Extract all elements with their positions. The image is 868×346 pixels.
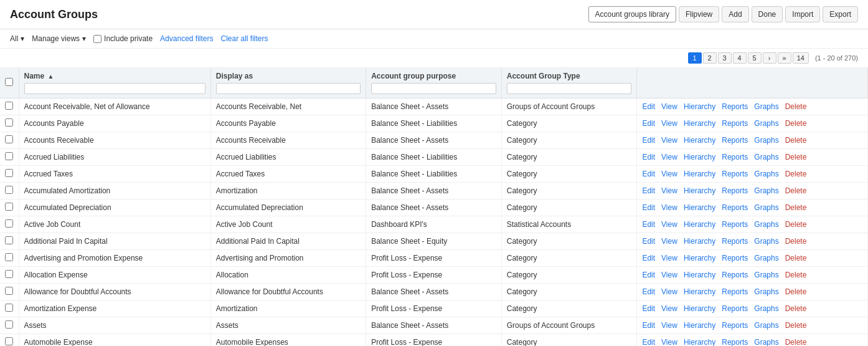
edit-link[interactable]: Edit <box>642 102 655 111</box>
reports-link[interactable]: Reports <box>722 170 748 178</box>
reports-link[interactable]: Reports <box>722 220 748 229</box>
page-last-number-button[interactable]: 14 <box>793 52 809 64</box>
hierarchy-link[interactable]: Hierarchy <box>684 287 715 296</box>
hierarchy-link[interactable]: Hierarchy <box>684 254 715 262</box>
view-link[interactable]: View <box>661 203 677 212</box>
account-groups-library-button[interactable]: Account groups library <box>588 6 676 22</box>
row-checkbox[interactable] <box>5 135 13 143</box>
graphs-link[interactable]: Graphs <box>754 153 778 161</box>
advanced-filters-link[interactable]: Advanced filters <box>160 34 213 43</box>
delete-link[interactable]: Delete <box>785 304 807 313</box>
page-2-button[interactable]: 2 <box>703 52 717 64</box>
graphs-link[interactable]: Graphs <box>754 170 778 178</box>
add-button[interactable]: Add <box>722 6 748 22</box>
col-type-filter-input[interactable] <box>507 83 632 94</box>
reports-link[interactable]: Reports <box>722 203 748 212</box>
view-link[interactable]: View <box>661 102 677 111</box>
delete-link[interactable]: Delete <box>785 153 807 161</box>
import-button[interactable]: Import <box>785 6 820 22</box>
graphs-link[interactable]: Graphs <box>754 119 778 128</box>
graphs-link[interactable]: Graphs <box>754 338 778 346</box>
page-4-button[interactable]: 4 <box>733 52 747 64</box>
graphs-link[interactable]: Graphs <box>754 304 778 313</box>
reports-link[interactable]: Reports <box>722 186 748 195</box>
delete-link[interactable]: Delete <box>785 102 807 111</box>
delete-link[interactable]: Delete <box>785 271 807 279</box>
row-checkbox[interactable] <box>5 219 13 228</box>
done-button[interactable]: Done <box>752 6 783 22</box>
flipview-button[interactable]: Flipview <box>679 6 719 22</box>
delete-link[interactable]: Delete <box>785 287 807 296</box>
page-3-button[interactable]: 3 <box>718 52 732 64</box>
hierarchy-link[interactable]: Hierarchy <box>684 237 715 246</box>
hierarchy-link[interactable]: Hierarchy <box>684 220 715 229</box>
edit-link[interactable]: Edit <box>642 338 655 346</box>
graphs-link[interactable]: Graphs <box>754 102 778 111</box>
delete-link[interactable]: Delete <box>785 254 807 262</box>
reports-link[interactable]: Reports <box>722 153 748 161</box>
reports-link[interactable]: Reports <box>722 338 748 346</box>
delete-link[interactable]: Delete <box>785 220 807 229</box>
reports-link[interactable]: Reports <box>722 136 748 145</box>
delete-link[interactable]: Delete <box>785 203 807 212</box>
hierarchy-link[interactable]: Hierarchy <box>684 203 715 212</box>
hierarchy-link[interactable]: Hierarchy <box>684 153 715 161</box>
delete-link[interactable]: Delete <box>785 170 807 178</box>
delete-link[interactable]: Delete <box>785 237 807 246</box>
view-link[interactable]: View <box>661 254 677 262</box>
edit-link[interactable]: Edit <box>642 186 655 195</box>
row-checkbox[interactable] <box>5 152 13 160</box>
reports-link[interactable]: Reports <box>722 304 748 313</box>
row-checkbox[interactable] <box>5 253 13 261</box>
col-purpose-filter-input[interactable] <box>371 83 496 94</box>
reports-link[interactable]: Reports <box>722 271 748 279</box>
edit-link[interactable]: Edit <box>642 287 655 296</box>
page-next-button[interactable]: › <box>763 52 776 64</box>
delete-link[interactable]: Delete <box>785 119 807 128</box>
row-checkbox[interactable] <box>5 304 13 312</box>
col-name-filter-input[interactable] <box>24 83 205 94</box>
row-checkbox[interactable] <box>5 102 13 110</box>
reports-link[interactable]: Reports <box>722 102 748 111</box>
view-link[interactable]: View <box>661 338 677 346</box>
hierarchy-link[interactable]: Hierarchy <box>684 136 715 145</box>
row-checkbox[interactable] <box>5 270 13 278</box>
graphs-link[interactable]: Graphs <box>754 186 778 195</box>
delete-link[interactable]: Delete <box>785 321 807 330</box>
edit-link[interactable]: Edit <box>642 203 655 212</box>
reports-link[interactable]: Reports <box>722 321 748 330</box>
row-checkbox[interactable] <box>5 186 13 194</box>
hierarchy-link[interactable]: Hierarchy <box>684 271 715 279</box>
delete-link[interactable]: Delete <box>785 186 807 195</box>
row-checkbox[interactable] <box>5 287 13 295</box>
include-private-checkbox[interactable] <box>93 35 101 43</box>
graphs-link[interactable]: Graphs <box>754 220 778 229</box>
view-link[interactable]: View <box>661 220 677 229</box>
edit-link[interactable]: Edit <box>642 321 655 330</box>
hierarchy-link[interactable]: Hierarchy <box>684 170 715 178</box>
reports-link[interactable]: Reports <box>722 119 748 128</box>
graphs-link[interactable]: Graphs <box>754 254 778 262</box>
edit-link[interactable]: Edit <box>642 136 655 145</box>
hierarchy-link[interactable]: Hierarchy <box>684 321 715 330</box>
manage-views-filter[interactable]: Manage views ▾ <box>32 34 86 43</box>
clear-all-filters-link[interactable]: Clear all filters <box>221 34 268 43</box>
reports-link[interactable]: Reports <box>722 254 748 262</box>
graphs-link[interactable]: Graphs <box>754 203 778 212</box>
view-link[interactable]: View <box>661 304 677 313</box>
page-5-button[interactable]: 5 <box>748 52 762 64</box>
view-link[interactable]: View <box>661 287 677 296</box>
delete-link[interactable]: Delete <box>785 338 807 346</box>
edit-link[interactable]: Edit <box>642 304 655 313</box>
hierarchy-link[interactable]: Hierarchy <box>684 304 715 313</box>
select-all-checkbox[interactable] <box>5 78 13 86</box>
reports-link[interactable]: Reports <box>722 287 748 296</box>
all-filter[interactable]: All ▾ <box>10 34 24 43</box>
graphs-link[interactable]: Graphs <box>754 287 778 296</box>
view-link[interactable]: View <box>661 119 677 128</box>
view-link[interactable]: View <box>661 321 677 330</box>
row-checkbox[interactable] <box>5 203 13 211</box>
view-link[interactable]: View <box>661 237 677 246</box>
hierarchy-link[interactable]: Hierarchy <box>684 102 715 111</box>
page-1-button[interactable]: 1 <box>688 52 702 64</box>
